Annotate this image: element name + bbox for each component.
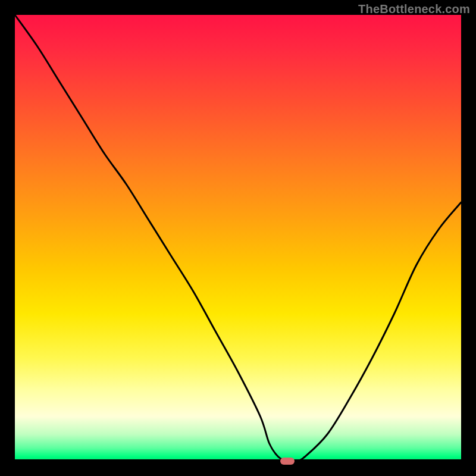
bottleneck-marker — [280, 458, 295, 465]
bottleneck-curve — [15, 15, 461, 462]
baseline — [15, 459, 461, 461]
curve-svg — [15, 15, 461, 461]
plot-area — [15, 15, 461, 461]
chart-container: TheBottleneck.com — [0, 0, 476, 476]
watermark-text: TheBottleneck.com — [358, 2, 470, 16]
